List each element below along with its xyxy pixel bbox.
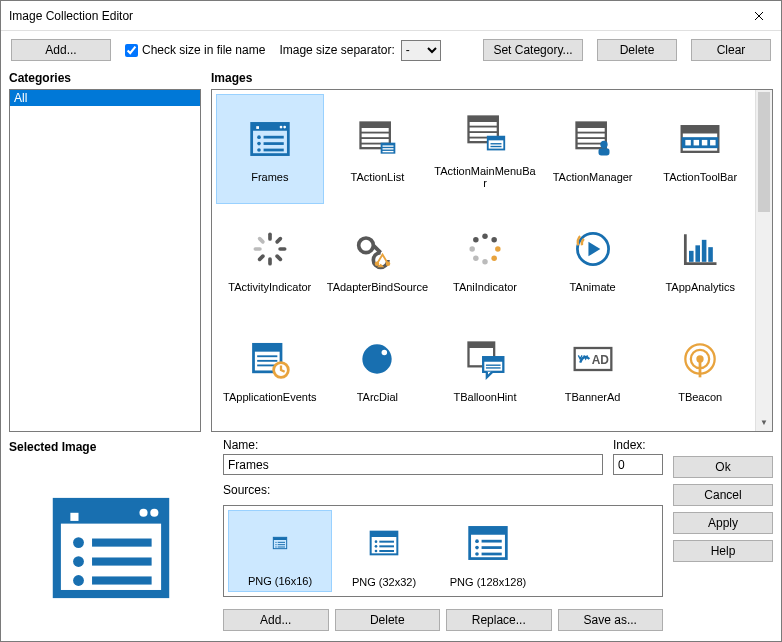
svg-rect-41 [702,140,708,146]
svg-point-2 [279,126,282,129]
source-thumbnail-icon [368,514,400,572]
source-thumbnail-icon [466,514,510,572]
svg-rect-116 [482,540,502,543]
svg-point-99 [275,542,276,543]
image-item[interactable]: TAdapterBindSource [324,204,432,314]
beacon-icon [676,335,724,383]
image-item[interactable]: TAniIndicator [431,204,539,314]
add-button[interactable]: Add... [11,39,111,61]
separator-label: Image size separator: [279,43,394,57]
scroll-thumb[interactable] [758,92,770,212]
delete-button[interactable]: Delete [597,39,677,61]
name-input[interactable] [223,454,603,475]
image-item[interactable]: TActionList [324,94,432,204]
name-label: Name: [223,438,603,454]
svg-rect-65 [708,247,713,262]
animate-icon [569,225,617,273]
svg-rect-114 [470,527,507,534]
svg-rect-18 [383,148,394,149]
image-item[interactable]: ADTBannerAd [539,314,647,424]
svg-rect-69 [257,360,277,362]
arcdial-icon [353,335,401,383]
source-add-button[interactable]: Add... [223,609,329,631]
clear-button[interactable]: Clear [691,39,771,61]
aniindicator-icon [461,225,509,273]
svg-rect-106 [371,532,398,537]
svg-rect-32 [576,137,605,139]
image-item[interactable]: TArcDial [324,314,432,424]
banner-icon: AD [569,335,617,383]
image-item-label: TBeacon [678,391,722,403]
image-item[interactable]: TAppAnalytics [646,204,754,314]
check-size-label: Check size in file name [142,43,265,57]
image-item[interactable]: TApplicationEvents [216,314,324,424]
images-grid: FramesTActionListTActionMainMenuBarTActi… [212,90,772,428]
set-category-button[interactable]: Set Category... [483,39,583,61]
image-item-label: Frames [251,171,288,183]
svg-point-103 [275,546,276,547]
svg-point-60 [473,237,479,243]
categories-label: Categories [9,69,201,89]
svg-rect-78 [486,365,501,366]
image-item[interactable]: TActivityIndicator [216,204,324,314]
actionlist-icon [353,115,401,163]
apply-button[interactable]: Apply [673,512,773,534]
svg-rect-110 [379,545,394,547]
ok-button[interactable]: Ok [673,456,773,478]
category-item-all[interactable]: All [10,90,200,106]
image-item[interactable]: TBeacon [646,314,754,424]
image-item[interactable]: TActionToolBar [646,94,754,204]
details-form: Name: Index: Sources: PNG (16x16)PNG (32… [223,438,663,631]
image-item-label: TBalloonHint [454,391,517,403]
image-item[interactable]: TActionManager [539,94,647,204]
image-item[interactable]: Frames [216,94,324,204]
source-replace-button[interactable]: Replace... [446,609,552,631]
svg-point-117 [475,546,479,550]
source-saveas-button[interactable]: Save as... [558,609,664,631]
frames-preview-icon [46,483,176,613]
help-button[interactable]: Help [673,540,773,562]
check-size-input[interactable] [125,44,138,57]
svg-rect-112 [379,550,394,552]
source-item[interactable]: PNG (32x32) [332,510,436,592]
categories-panel: Categories All [9,69,201,432]
svg-rect-90 [70,512,78,520]
source-delete-button[interactable]: Delete [335,609,441,631]
svg-rect-28 [490,146,501,147]
svg-rect-94 [92,557,152,565]
check-size-checkbox[interactable]: Check size in file name [125,43,265,57]
source-item-label: PNG (128x128) [450,576,526,588]
svg-rect-100 [278,542,285,543]
title-bar: Image Collection Editor [1,1,781,31]
image-item[interactable]: TActionMainMenuBar [431,94,539,204]
balloon-icon [461,335,509,383]
scroll-down-arrow-icon[interactable]: ▼ [756,414,772,431]
svg-point-34 [600,141,607,148]
image-item-label: TApplicationEvents [223,391,316,403]
separator-select[interactable]: - [401,40,441,61]
svg-rect-68 [257,355,277,357]
images-panel: Images FramesTActionListTActionMainMenuB… [211,69,773,432]
categories-list[interactable]: All [9,89,201,432]
image-item[interactable]: TAnimate [539,204,647,314]
svg-rect-75 [468,343,494,349]
svg-rect-50 [257,236,265,244]
svg-point-93 [73,556,84,567]
close-button[interactable] [736,1,781,30]
svg-rect-92 [92,538,152,546]
cancel-button[interactable]: Cancel [673,484,773,506]
svg-point-59 [469,246,475,252]
image-item-label: TAdapterBindSource [327,281,428,293]
svg-point-58 [473,255,479,260]
scrollbar[interactable]: ▲ ▼ [755,90,772,431]
frames-icon [246,115,294,163]
svg-rect-108 [379,541,394,543]
svg-point-109 [375,545,378,548]
svg-rect-120 [482,553,502,556]
image-item[interactable]: TBalloonHint [431,314,539,424]
svg-rect-10 [263,149,283,152]
svg-rect-12 [361,123,390,129]
index-input[interactable] [613,454,663,475]
source-item[interactable]: PNG (16x16) [228,510,332,592]
source-item[interactable]: PNG (128x128) [436,510,540,592]
